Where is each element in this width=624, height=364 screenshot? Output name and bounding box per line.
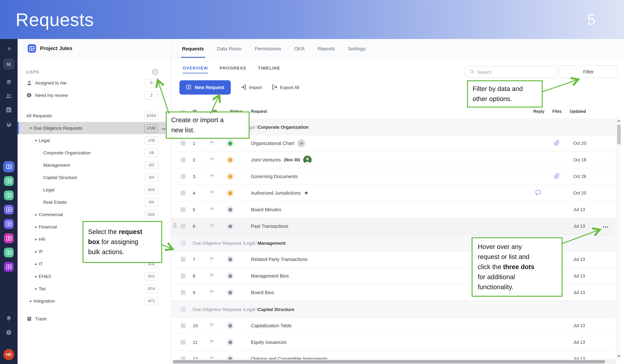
flag-icon[interactable] xyxy=(209,289,214,296)
request-title[interactable]: Capitalization Table xyxy=(251,323,292,328)
sidebar-item-corporate-organization[interactable]: Corporate Organization 1/6 xyxy=(18,147,171,159)
assignee-avatar[interactable] xyxy=(303,156,312,164)
new-request-button[interactable]: New Request xyxy=(179,80,231,95)
status-dot[interactable] xyxy=(227,189,234,197)
tree-toggle-icon[interactable]: ▾ xyxy=(33,138,39,143)
sidebar-item-eh-s[interactable]: ▸ EH&S 0/21 xyxy=(18,270,171,283)
sidebar-item-management[interactable]: Management 0/3 xyxy=(18,159,171,171)
layers-icon[interactable] xyxy=(5,79,12,85)
nav-reports[interactable]: Reports xyxy=(318,39,335,58)
search-input[interactable] xyxy=(477,69,552,75)
status-dot[interactable] xyxy=(227,223,234,230)
tab-progress[interactable]: PROGRESS xyxy=(220,66,246,74)
project-tile-2[interactable] xyxy=(4,176,14,186)
row-checkbox[interactable] xyxy=(181,290,185,295)
sidebar-item-real-estate[interactable]: Real Estate 0/4 xyxy=(18,196,171,208)
flag-icon[interactable] xyxy=(209,256,214,262)
vertical-scrollbar[interactable] xyxy=(616,118,621,360)
tree-toggle-icon[interactable]: ▾ xyxy=(28,126,33,130)
status-dot[interactable] xyxy=(227,256,234,263)
row-checkbox[interactable] xyxy=(181,191,185,195)
nav-permissions[interactable]: Permissions xyxy=(255,39,281,58)
row-checkbox[interactable] xyxy=(181,174,185,179)
sidebar-item-all-requests[interactable]: All Requests 5/253 xyxy=(18,109,171,122)
dashboard-icon[interactable] xyxy=(5,106,12,113)
status-dot[interactable] xyxy=(227,206,234,213)
sidebar-item-due-diligence-requests[interactable]: ▾ Due Diligence Requests 1/182 xyxy=(18,122,171,134)
project-tile-5[interactable] xyxy=(4,219,14,229)
request-title[interactable]: Board Bios xyxy=(251,290,274,295)
status-dot[interactable] xyxy=(227,289,234,296)
reply-icon[interactable] xyxy=(535,189,542,197)
nav-okr[interactable]: OKR xyxy=(294,39,305,58)
request-row-4[interactable]: 4 Authorized Jurisdictions ★ Oct 20 xyxy=(171,185,616,202)
request-row-6[interactable]: 6 Past Transactions ★ Jul 13 xyxy=(171,218,616,235)
request-title[interactable]: Management Bios xyxy=(251,273,289,279)
scrollbar-thumb[interactable] xyxy=(617,125,621,145)
flag-icon[interactable] xyxy=(209,273,214,279)
flag-icon[interactable] xyxy=(209,339,214,345)
flag-icon[interactable] xyxy=(209,140,214,146)
request-title[interactable]: Equity Issuances xyxy=(251,340,286,345)
group-row-capital-structure[interactable]: Due Diligence Requests \Legal \Capital S… xyxy=(171,301,616,317)
tab-overview[interactable]: OVERVIEW xyxy=(183,66,208,74)
request-row-3[interactable]: 3 Governing Documents ★ Oct 26 xyxy=(171,168,616,185)
people-icon[interactable] xyxy=(5,92,12,99)
attachment-icon[interactable] xyxy=(553,172,560,181)
sidebar-item-legal[interactable]: ▾ Legal 1/32 xyxy=(18,134,171,147)
horizontal-scrollbar[interactable] xyxy=(172,360,616,364)
status-dot[interactable] xyxy=(227,272,234,280)
row-checkbox[interactable] xyxy=(181,257,185,262)
column-header-request[interactable]: Request xyxy=(251,109,267,114)
flag-icon[interactable] xyxy=(209,223,214,229)
row-checkbox[interactable] xyxy=(181,273,185,278)
drag-handle-icon[interactable] xyxy=(174,223,177,229)
expand-sidebar-icon[interactable]: » xyxy=(7,45,10,52)
request-title[interactable]: Organizational Chart xyxy=(251,141,294,146)
tree-toggle-icon[interactable]: ▸ xyxy=(33,274,39,278)
project-header[interactable]: Project Jules xyxy=(18,39,171,58)
nav-settings[interactable]: Settings xyxy=(348,39,365,58)
star-icon[interactable]: ★ xyxy=(304,190,309,196)
project-tile-3[interactable] xyxy=(4,190,14,200)
tree-toggle-icon[interactable]: ▸ xyxy=(28,299,33,303)
tree-toggle-icon[interactable]: ▸ xyxy=(33,212,39,217)
request-title[interactable]: Related Party Transactions xyxy=(251,257,308,262)
flag-icon[interactable] xyxy=(209,157,214,163)
info-icon[interactable] xyxy=(5,329,12,336)
horizontal-scrollbar-thumb[interactable] xyxy=(173,360,605,363)
status-dot[interactable] xyxy=(227,322,234,329)
sidebar-item-tax[interactable]: ▸ Tax 0/14 xyxy=(18,283,171,295)
request-row-11[interactable]: 11 Equity Issuances ★ Jul 13 xyxy=(171,334,616,351)
flag-icon[interactable] xyxy=(209,207,214,213)
tree-toggle-icon[interactable]: ▸ xyxy=(33,225,39,229)
request-row-2[interactable]: 2 Joint Ventures (Nov 30) ★ Oct 18 xyxy=(171,152,616,168)
sidebar-item-commercial[interactable]: ▸ Commercial 0/22 xyxy=(18,208,171,221)
import-button[interactable]: Import xyxy=(240,84,262,91)
tree-toggle-icon[interactable]: ▸ xyxy=(33,262,39,266)
sidebar-item-integration[interactable]: ▸ Integration 4/71 xyxy=(18,295,171,307)
request-title[interactable]: Authorized Jurisdictions xyxy=(251,190,301,196)
tree-toggle-icon[interactable]: ▸ xyxy=(33,237,39,241)
row-checkbox[interactable] xyxy=(181,157,185,162)
sidebar-item-legal[interactable]: Legal 0/15 xyxy=(18,184,171,196)
row-menu-icon[interactable] xyxy=(603,223,608,229)
project-tile-6[interactable] xyxy=(4,233,14,243)
row-checkbox[interactable] xyxy=(181,340,185,345)
request-title[interactable]: Board Minutes xyxy=(251,207,281,212)
request-title[interactable]: Joint Ventures xyxy=(251,157,281,162)
add-list-icon[interactable] xyxy=(152,69,158,77)
column-header-files[interactable]: Files xyxy=(552,109,562,114)
project-tile-7[interactable] xyxy=(4,248,14,258)
sidebar-item-assigned-to-me[interactable]: Assigned to me 0 xyxy=(18,77,171,89)
column-header-updated[interactable]: Updated xyxy=(570,109,586,114)
project-tile-1[interactable] xyxy=(4,162,14,172)
request-title[interactable]: Past Transactions xyxy=(251,224,288,229)
row-checkbox[interactable] xyxy=(181,207,185,212)
tree-toggle-icon[interactable]: ▸ xyxy=(33,286,39,291)
attachment-icon[interactable] xyxy=(553,139,560,148)
status-dot[interactable] xyxy=(227,339,234,346)
filter-button[interactable]: Filter xyxy=(559,65,618,78)
request-title[interactable]: Governing Documents xyxy=(251,174,298,179)
project-tile-4[interactable] xyxy=(4,205,14,214)
